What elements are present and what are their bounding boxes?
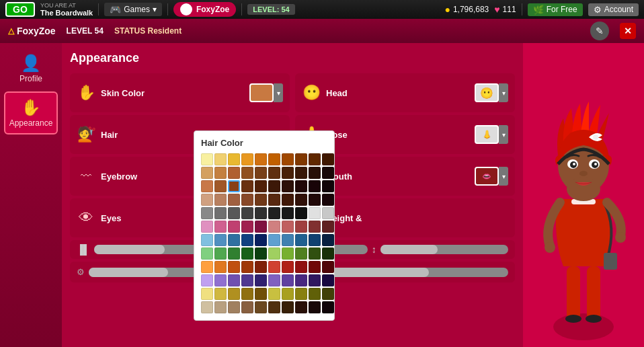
color-cell-83[interactable] <box>241 261 253 273</box>
color-cell-6[interactable] <box>282 153 294 165</box>
color-cell-39[interactable] <box>322 194 334 206</box>
color-cell-7[interactable] <box>295 153 307 165</box>
avatar-name-badge[interactable]: FoxyZoe <box>173 2 236 17</box>
color-cell-93[interactable] <box>241 274 253 286</box>
color-cell-80[interactable] <box>201 261 213 273</box>
color-cell-25[interactable] <box>268 180 280 192</box>
color-cell-109[interactable] <box>322 288 334 300</box>
color-cell-14[interactable] <box>255 167 267 179</box>
color-cell-54[interactable] <box>255 221 267 233</box>
color-cell-114[interactable] <box>255 301 267 313</box>
color-cell-94[interactable] <box>255 274 267 286</box>
head-swatch-dropdown[interactable]: 😶 ▾ <box>475 83 508 102</box>
color-cell-98[interactable] <box>309 274 321 286</box>
color-cell-72[interactable] <box>228 247 240 260</box>
color-cell-18[interactable] <box>309 167 321 179</box>
color-cell-35[interactable] <box>268 194 280 206</box>
color-cell-105[interactable] <box>268 288 280 300</box>
color-cell-92[interactable] <box>228 274 240 286</box>
slider-group-3[interactable] <box>380 245 508 254</box>
color-cell-77[interactable] <box>295 247 307 260</box>
color-cell-15[interactable] <box>268 167 280 179</box>
color-cell-87[interactable] <box>295 261 307 273</box>
close-button[interactable]: ✕ <box>620 23 636 39</box>
color-cell-70[interactable] <box>201 247 213 260</box>
color-cell-45[interactable] <box>268 207 280 219</box>
color-cell-47[interactable] <box>295 207 307 219</box>
color-cell-86[interactable] <box>282 261 294 273</box>
color-cell-24[interactable] <box>255 180 267 192</box>
color-cell-79[interactable] <box>322 247 334 260</box>
mouth-dropdown-arrow[interactable]: ▾ <box>499 167 508 186</box>
color-cell-73[interactable] <box>241 247 253 260</box>
color-cell-58[interactable] <box>309 221 321 233</box>
color-cell-62[interactable] <box>228 234 240 246</box>
color-cell-10[interactable] <box>201 167 213 179</box>
color-cell-21[interactable] <box>214 180 227 192</box>
color-cell-89[interactable] <box>322 261 334 273</box>
color-cell-88[interactable] <box>309 261 321 273</box>
color-cell-64[interactable] <box>255 234 267 246</box>
color-cell-0[interactable] <box>201 153 213 165</box>
color-cell-117[interactable] <box>295 301 307 313</box>
color-cell-119[interactable] <box>322 301 334 313</box>
color-cell-13[interactable] <box>241 167 253 179</box>
color-cell-103[interactable] <box>241 288 253 300</box>
color-cell-74[interactable] <box>255 247 267 260</box>
color-cell-118[interactable] <box>309 301 321 313</box>
color-cell-85[interactable] <box>268 261 280 273</box>
color-cell-42[interactable] <box>228 207 240 219</box>
pose-slider-2[interactable] <box>309 268 508 277</box>
color-cell-106[interactable] <box>282 288 294 300</box>
color-cell-28[interactable] <box>309 180 321 192</box>
slider-track-3[interactable] <box>380 245 508 254</box>
color-cell-55[interactable] <box>268 221 280 233</box>
games-button[interactable]: 🎮 Games ▾ <box>104 3 162 16</box>
color-cell-4[interactable] <box>255 153 267 165</box>
color-cell-91[interactable] <box>214 274 227 286</box>
account-button[interactable]: ⚙ Account <box>588 3 639 16</box>
color-cell-66[interactable] <box>282 234 294 246</box>
color-cell-59[interactable] <box>322 221 334 233</box>
color-cell-46[interactable] <box>282 207 294 219</box>
color-cell-9[interactable] <box>322 153 334 165</box>
skin-dropdown-arrow[interactable]: ▾ <box>274 83 283 102</box>
sidebar-item-appearance[interactable]: ✋ Appearance <box>4 91 58 134</box>
color-cell-11[interactable] <box>214 167 227 179</box>
color-cell-33[interactable] <box>241 194 253 206</box>
color-cell-53[interactable] <box>241 221 253 233</box>
color-cell-81[interactable] <box>214 261 227 273</box>
color-cell-101[interactable] <box>214 288 227 300</box>
sidebar-item-profile[interactable]: 👤 Profile <box>4 48 58 89</box>
color-cell-19[interactable] <box>322 167 334 179</box>
color-cell-115[interactable] <box>268 301 280 313</box>
color-cell-51[interactable] <box>214 221 227 233</box>
color-cell-22[interactable] <box>228 180 240 192</box>
nose-dropdown-arrow[interactable]: ▾ <box>499 125 508 144</box>
color-cell-30[interactable] <box>201 194 213 206</box>
color-cell-61[interactable] <box>214 234 227 246</box>
mouth-swatch-dropdown[interactable]: 👄 ▾ <box>475 167 508 186</box>
color-cell-32[interactable] <box>228 194 240 206</box>
color-cell-29[interactable] <box>322 180 334 192</box>
color-cell-12[interactable] <box>228 167 240 179</box>
color-cell-16[interactable] <box>282 167 294 179</box>
color-cell-63[interactable] <box>241 234 253 246</box>
color-cell-60[interactable] <box>201 234 213 246</box>
color-cell-36[interactable] <box>282 194 294 206</box>
color-cell-5[interactable] <box>268 153 280 165</box>
color-cell-2[interactable] <box>228 153 240 165</box>
color-cell-41[interactable] <box>214 207 227 219</box>
color-cell-90[interactable] <box>201 274 213 286</box>
color-cell-84[interactable] <box>255 261 267 273</box>
color-cell-40[interactable] <box>201 207 213 219</box>
color-cell-37[interactable] <box>295 194 307 206</box>
color-cell-38[interactable] <box>309 194 321 206</box>
nose-swatch-dropdown[interactable]: 👃 ▾ <box>475 125 508 144</box>
edit-button[interactable]: ✎ <box>590 22 609 40</box>
color-cell-108[interactable] <box>309 288 321 300</box>
color-cell-43[interactable] <box>241 207 253 219</box>
color-cell-110[interactable] <box>201 301 213 313</box>
color-cell-102[interactable] <box>228 288 240 300</box>
color-cell-44[interactable] <box>255 207 267 219</box>
